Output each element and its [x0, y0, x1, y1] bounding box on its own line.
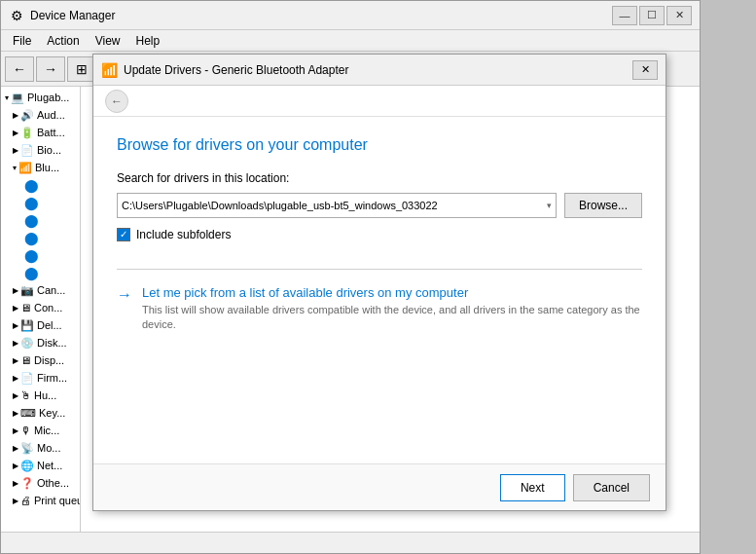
browse-button[interactable]: Browse...	[564, 193, 642, 218]
tree-item-other[interactable]: ▶ ❓ Othe...	[1, 474, 80, 492]
pick-arrow-icon: →	[117, 286, 132, 304]
tree-item-plugable[interactable]: ▾ 💻 Plugab...	[1, 89, 80, 106]
close-button[interactable]: ✕	[666, 6, 692, 25]
tree-item-bt2[interactable]: ⬤	[1, 194, 80, 211]
tree-item-disk[interactable]: ▶ 💿 Disk...	[1, 334, 80, 351]
pick-content: Let me pick from a list of available dri…	[142, 285, 642, 333]
tree-item-battery[interactable]: ▶ 🔋 Batt...	[1, 124, 80, 141]
cancel-button[interactable]: Cancel	[573, 474, 650, 501]
tree-item-key[interactable]: ▶ ⌨ Key...	[1, 404, 80, 422]
dialog-back-button[interactable]: ←	[105, 90, 128, 113]
path-row: C:\Users\Plugable\Downloads\plugable_usb…	[117, 193, 642, 218]
menu-action[interactable]: Action	[39, 32, 87, 50]
tree-item-mic[interactable]: ▶ 🎙 Mic...	[1, 422, 80, 439]
next-button[interactable]: Next	[500, 474, 565, 501]
tree-item-bt4[interactable]: ⬤	[1, 229, 80, 246]
subfolders-checkbox[interactable]: ✓	[117, 228, 130, 241]
dialog-content: Browse for drivers on your computer Sear…	[93, 117, 666, 463]
tree-item-com[interactable]: ▶ 🖥 Con...	[1, 299, 80, 316]
window-title: Device Manager	[30, 9, 612, 22]
toolbar-forward[interactable]: →	[36, 56, 65, 82]
minimize-button[interactable]: —	[612, 6, 637, 25]
tree-item-hum[interactable]: ▶ 🖱 Hu...	[1, 387, 80, 404]
app-icon: ⚙	[9, 8, 24, 23]
tree-item-bio[interactable]: ▶ 📄 Bio...	[1, 141, 80, 159]
path-dropdown[interactable]: C:\Users\Plugable\Downloads\plugable_usb…	[117, 193, 557, 218]
update-drivers-dialog: 📶 Update Drivers - Generic Bluetooth Ada…	[92, 54, 666, 511]
divider	[117, 269, 642, 270]
title-bar: ⚙ Device Manager — ☐ ✕	[1, 1, 700, 30]
tree-item-print[interactable]: ▶ 🖨 Print queues	[1, 492, 80, 509]
window-controls: — ☐ ✕	[612, 6, 692, 25]
tree-item-net[interactable]: ▶ 🌐 Net...	[1, 457, 80, 474]
tree-item-bluetooth[interactable]: ▾ 📶 Blu...	[1, 159, 80, 176]
dialog-footer: Next Cancel	[93, 463, 666, 510]
maximize-button[interactable]: ☐	[639, 6, 665, 25]
tree-item-bt5[interactable]: ⬤	[1, 246, 80, 264]
back-arrow-icon: ←	[111, 94, 123, 108]
dialog-heading: Browse for drivers on your computer	[117, 136, 642, 154]
checkbox-row: ✓ Include subfolders	[117, 228, 642, 241]
dialog-title-bar: 📶 Update Drivers - Generic Bluetooth Ada…	[93, 55, 666, 86]
pick-from-list-row[interactable]: → Let me pick from a list of available d…	[117, 285, 642, 333]
section-label: Search for drivers in this location:	[117, 171, 642, 185]
menu-view[interactable]: View	[88, 32, 128, 50]
menu-file[interactable]: File	[5, 32, 39, 50]
path-value: C:\Users\Plugable\Downloads\plugable_usb…	[122, 200, 543, 211]
tree-item-del[interactable]: ▶ 💾 Del...	[1, 316, 80, 334]
dialog-title-icon: 📶	[101, 62, 118, 78]
tree-item-bt6[interactable]: ⬤	[1, 264, 80, 281]
tree-item-firm[interactable]: ▶ 📄 Firm...	[1, 369, 80, 387]
menu-bar: File Action View Help	[1, 30, 700, 52]
pick-desc: This list will show available drivers co…	[142, 303, 642, 333]
dialog-nav: ←	[93, 86, 666, 117]
tree-item-audio[interactable]: ▶ 🔊 Aud...	[1, 106, 80, 124]
dialog-close-button[interactable]: ✕	[632, 60, 658, 80]
dialog-title: Update Drivers - Generic Bluetooth Adapt…	[124, 63, 632, 77]
tree-item-bt3[interactable]: ⬤	[1, 211, 80, 229]
toolbar-back[interactable]: ←	[5, 56, 34, 82]
device-tree: ▾ 💻 Plugab... ▶ 🔊 Aud... ▶ 🔋 Batt... ▶ 📄…	[1, 87, 81, 532]
tree-item-bt1[interactable]: ⬤	[1, 176, 80, 194]
status-bar	[1, 532, 700, 553]
tree-item-disp[interactable]: ▶ 🖥 Disp...	[1, 351, 80, 369]
tree-item-cameras[interactable]: ▶ 📷 Can...	[1, 281, 80, 299]
checkbox-label: Include subfolders	[136, 228, 231, 241]
menu-help[interactable]: Help	[128, 32, 168, 50]
dropdown-arrow-icon: ▾	[547, 201, 552, 210]
checkmark-icon: ✓	[120, 230, 127, 240]
pick-title[interactable]: Let me pick from a list of available dri…	[142, 285, 642, 300]
tree-item-mod[interactable]: ▶ 📡 Mo...	[1, 439, 80, 457]
